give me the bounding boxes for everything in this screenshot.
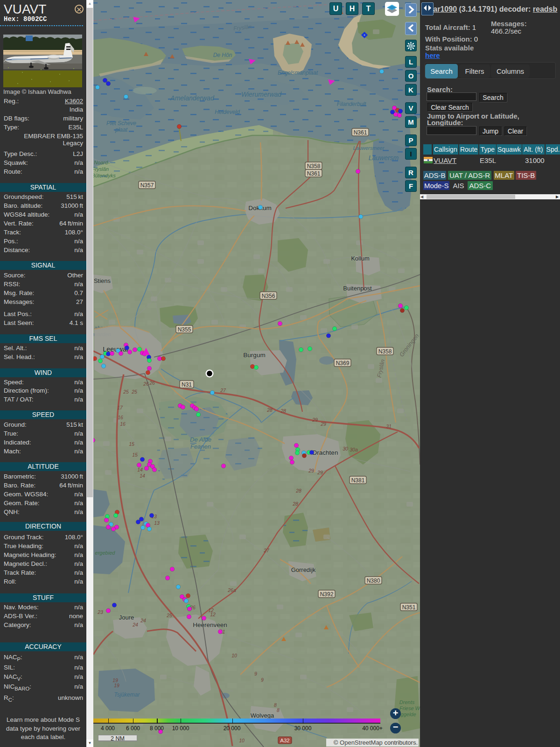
- svg-text:15: 15: [132, 452, 138, 458]
- svg-text:N357: N357: [140, 182, 154, 189]
- svg-text:A32: A32: [280, 738, 289, 743]
- svg-text:N31: N31: [182, 381, 192, 388]
- svg-text:Wolvega: Wolvega: [251, 712, 274, 719]
- svg-text:Filanderbult: Filanderbult: [337, 101, 366, 107]
- svg-text:N356: N356: [262, 293, 275, 299]
- svg-text:26a: 26a: [227, 587, 236, 593]
- svg-text:N358: N358: [307, 163, 321, 169]
- svg-text:29: 29: [317, 470, 323, 475]
- svg-text:N381: N381: [351, 477, 365, 484]
- svg-text:16: 16: [120, 421, 126, 427]
- svg-text:9: 9: [261, 677, 264, 683]
- svg-text:30a: 30a: [350, 447, 358, 452]
- svg-text:Feanen: Feanen: [190, 443, 211, 450]
- svg-text:29: 29: [312, 417, 318, 423]
- svg-text:25: 25: [166, 613, 172, 618]
- svg-text:28: 28: [295, 488, 301, 493]
- svg-text:Fryslân: Fryslân: [93, 166, 109, 172]
- svg-text:25: 25: [131, 389, 137, 395]
- svg-text:14: 14: [140, 473, 145, 479]
- svg-text:N361: N361: [307, 170, 321, 177]
- svg-text:12: 12: [210, 612, 216, 617]
- svg-text:10: 10: [239, 738, 245, 743]
- svg-text:29: 29: [320, 421, 326, 427]
- svg-text:30: 30: [343, 446, 348, 451]
- svg-text:27: 27: [263, 548, 270, 553]
- svg-text:Tsjûkemar: Tsjûkemar: [114, 691, 140, 698]
- svg-text:Piet Scheve: Piet Scheve: [106, 120, 136, 127]
- svg-text:Wierumerwad: Wierumerwad: [241, 91, 282, 98]
- svg-text:Drachten: Drachten: [313, 449, 338, 456]
- svg-text:N355: N355: [178, 326, 191, 333]
- svg-text:Kollum: Kollum: [351, 255, 370, 262]
- svg-text:N351: N351: [402, 604, 416, 611]
- svg-text:Buitenpost: Buitenpost: [343, 285, 372, 292]
- svg-text:Engelsmanplaat: Engelsmanplaat: [278, 70, 318, 76]
- svg-text:N361: N361: [354, 129, 367, 136]
- svg-text:10: 10: [231, 653, 237, 658]
- svg-text:9: 9: [254, 671, 257, 677]
- svg-text:28: 28: [280, 408, 286, 414]
- svg-text:26: 26: [143, 381, 149, 387]
- svg-text:Drents: Drents: [399, 699, 415, 705]
- svg-text:De Alde: De Alde: [190, 436, 211, 443]
- svg-text:28: 28: [292, 501, 298, 507]
- svg-text:Lauwersmeer: Lauwersmeer: [353, 145, 385, 151]
- svg-text:N358: N358: [378, 348, 392, 355]
- svg-text:Joure: Joure: [119, 614, 134, 621]
- svg-text:Heerenveen: Heerenveen: [193, 621, 227, 628]
- svg-text:27: 27: [220, 388, 226, 393]
- svg-text:23: 23: [97, 609, 103, 615]
- svg-text:Amelanderwad: Amelanderwad: [170, 94, 215, 102]
- svg-text:26: 26: [149, 380, 155, 386]
- svg-text:N380: N380: [367, 578, 380, 584]
- svg-text:plaat: plaat: [115, 127, 128, 133]
- svg-text:8: 8: [277, 707, 280, 713]
- svg-text:25: 25: [123, 389, 129, 395]
- svg-text:Stiens: Stiens: [94, 277, 111, 284]
- svg-text:16: 16: [118, 415, 123, 420]
- svg-text:Lauwersm: Lauwersm: [369, 154, 399, 162]
- svg-text:Heideveld: Heideveld: [215, 109, 240, 115]
- svg-text:13: 13: [154, 520, 160, 526]
- svg-text:19: 19: [114, 683, 119, 688]
- svg-text:Burgum: Burgum: [243, 352, 265, 359]
- svg-text:N369: N369: [336, 360, 350, 366]
- svg-text:29: 29: [308, 468, 314, 473]
- svg-text:Gorredijk: Gorredijk: [291, 566, 316, 573]
- svg-text:28: 28: [266, 407, 273, 413]
- svg-text:24: 24: [132, 622, 138, 627]
- svg-text:ergebied: ergebied: [95, 550, 116, 556]
- svg-text:14: 14: [137, 467, 143, 472]
- svg-text:Bûtendyks: Bûtendyks: [93, 173, 116, 178]
- svg-text:De Hôn: De Hôn: [213, 52, 232, 58]
- svg-text:N392: N392: [320, 591, 334, 598]
- svg-text:Friese W: Friese W: [399, 705, 420, 711]
- svg-text:17: 17: [117, 405, 123, 410]
- svg-text:15: 15: [129, 441, 134, 447]
- svg-text:Noard-: Noard-: [94, 160, 110, 165]
- svg-text:31: 31: [386, 423, 392, 429]
- svg-text:24: 24: [140, 618, 146, 623]
